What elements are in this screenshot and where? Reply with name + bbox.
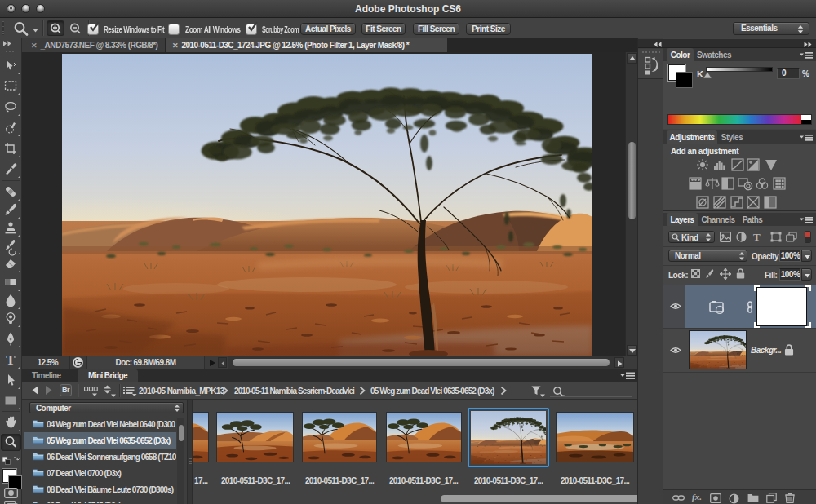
svg-text:T: T (6, 352, 16, 368)
